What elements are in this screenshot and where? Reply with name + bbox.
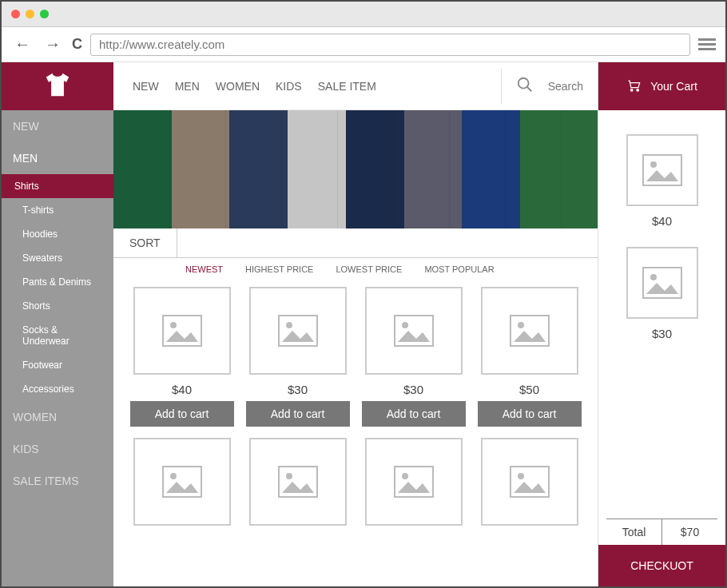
product-image-placeholder[interactable] [481, 287, 578, 375]
product-card [361, 438, 466, 534]
cart-header-label: Your Cart [650, 80, 697, 93]
svg-point-15 [402, 473, 408, 479]
product-image-placeholder[interactable] [249, 438, 347, 526]
sidebar-sub-accessories[interactable]: Accessories [2, 377, 113, 401]
sidebar-sub-pants[interactable]: Pants & Denims [2, 270, 113, 294]
browser-window: ← → C http://www.creately.com NEW MEN Sh… [0, 0, 727, 588]
top-nav-kids[interactable]: KIDS [276, 80, 302, 93]
sidebar-item-new[interactable]: NEW [2, 110, 113, 142]
filter-newest[interactable]: NEWEST [185, 264, 223, 274]
search-icon [516, 76, 534, 97]
add-to-cart-button[interactable]: Add to cart [478, 401, 582, 427]
page-content: NEW MEN Shirts T-shirts Hoodies Sweaters… [2, 62, 725, 586]
product-image-placeholder[interactable] [481, 438, 578, 526]
add-to-cart-button[interactable]: Add to cart [130, 401, 234, 427]
url-input[interactable]: http://www.creately.com [90, 34, 690, 56]
sidebar-item-kids[interactable]: KIDS [2, 433, 113, 465]
cart-total-label: Total [606, 519, 662, 545]
sidebar-sub-footwear[interactable]: Footwear [2, 353, 113, 377]
svg-point-9 [518, 322, 524, 328]
product-image-placeholder[interactable] [133, 287, 231, 375]
url-text: http://www.creately.com [99, 38, 224, 51]
product-price: $30 [288, 383, 308, 396]
filter-popular[interactable]: MOST POPULAR [424, 264, 494, 274]
cart-total-row: Total $70 [606, 518, 717, 545]
cart-item: $30 [613, 247, 711, 345]
product-image-placeholder[interactable] [365, 287, 463, 375]
product-card: $30Add to cart [245, 287, 350, 427]
search-label: Search [548, 80, 598, 93]
window-titlebar [2, 2, 725, 27]
product-card: $40Add to cart [129, 287, 234, 427]
cart-item-price: $30 [652, 327, 672, 340]
top-nav-women[interactable]: WOMEN [216, 80, 260, 93]
filter-highest[interactable]: HIGHEST PRICE [245, 264, 313, 274]
forward-button[interactable]: → [42, 35, 64, 54]
cart-total-value: $70 [662, 519, 717, 545]
minimize-window-icon[interactable] [26, 10, 34, 18]
filter-lowest[interactable]: LOWEST PRICE [336, 264, 402, 274]
sidebar-nav: NEW MEN Shirts T-shirts Hoodies Sweaters… [2, 110, 113, 497]
sidebar-sub-sweaters[interactable]: Sweaters [2, 246, 113, 270]
browser-toolbar: ← → C http://www.creately.com [2, 27, 725, 62]
product-price: $50 [519, 383, 539, 396]
logo[interactable] [2, 62, 113, 110]
product-image-placeholder[interactable] [249, 287, 347, 375]
add-to-cart-button[interactable]: Add to cart [246, 401, 350, 427]
svg-point-7 [402, 322, 408, 328]
sidebar-sub-hoodies[interactable]: Hoodies [2, 222, 113, 246]
back-button[interactable]: ← [11, 35, 34, 54]
maximize-window-icon[interactable] [40, 10, 49, 18]
close-window-icon[interactable] [11, 10, 20, 18]
refresh-button[interactable]: C [72, 36, 82, 53]
checkout-button[interactable]: CHECKUOT [598, 545, 725, 586]
hero-banner [113, 110, 598, 228]
sidebar-sub-shirts[interactable]: Shirts [2, 174, 113, 198]
cart-header[interactable]: Your Cart [598, 62, 725, 110]
cart-icon [626, 78, 642, 95]
add-to-cart-button[interactable]: Add to cart [362, 401, 466, 427]
sidebar: NEW MEN Shirts T-shirts Hoodies Sweaters… [2, 62, 113, 586]
menu-icon[interactable] [698, 36, 716, 53]
sidebar-item-women[interactable]: WOMEN [2, 401, 113, 433]
filter-row: NEWEST HIGHEST PRICE LOWEST PRICE MOST P… [113, 258, 598, 280]
cart-item-image[interactable] [626, 247, 698, 319]
top-nav-men[interactable]: MEN [175, 80, 200, 93]
sidebar-sub-tshirts[interactable]: T-shirts [2, 198, 113, 222]
product-card [477, 438, 582, 534]
svg-point-5 [286, 322, 292, 328]
sort-row: SORT [113, 228, 598, 258]
product-price: $40 [172, 383, 192, 396]
cart-body: $40$30 [598, 110, 725, 518]
sidebar-sub-shorts[interactable]: Shorts [2, 294, 113, 318]
svg-point-19 [637, 89, 639, 91]
cart-item-image[interactable] [626, 134, 698, 206]
product-card [129, 438, 234, 534]
product-price: $30 [403, 383, 423, 396]
main-area: NEW MEN WOMEN KIDS SALE ITEM Search SORT [113, 62, 598, 586]
sort-label: SORT [113, 228, 177, 257]
cart-item: $40 [613, 134, 711, 232]
svg-point-17 [518, 473, 524, 479]
sidebar-item-men[interactable]: MEN [2, 142, 113, 174]
search-area[interactable]: Search [501, 69, 598, 104]
top-nav-sale[interactable]: SALE ITEM [318, 80, 376, 93]
svg-point-0 [518, 77, 528, 88]
cart-panel: Your Cart $40$30 Total $70 CHECKUOT [598, 62, 725, 586]
product-card: $30Add to cart [361, 287, 466, 427]
product-grid: $40Add to cart$30Add to cart$30Add to ca… [113, 280, 598, 550]
top-nav: NEW MEN WOMEN KIDS SALE ITEM [113, 80, 501, 93]
topbar: NEW MEN WOMEN KIDS SALE ITEM Search [113, 62, 598, 110]
svg-point-11 [170, 473, 177, 479]
top-nav-new[interactable]: NEW [133, 80, 159, 93]
product-card [245, 438, 350, 534]
svg-point-21 [650, 161, 657, 168]
tshirt-icon [42, 70, 73, 103]
sidebar-subnav: Shirts T-shirts Hoodies Sweaters Pants &… [2, 174, 113, 401]
product-image-placeholder[interactable] [133, 438, 231, 526]
product-image-placeholder[interactable] [365, 438, 463, 526]
svg-point-3 [170, 322, 177, 328]
svg-point-23 [650, 274, 657, 280]
sidebar-sub-socks[interactable]: Socks & Underwear [2, 318, 113, 353]
sidebar-item-sale[interactable]: SALE ITEMS [2, 465, 113, 497]
